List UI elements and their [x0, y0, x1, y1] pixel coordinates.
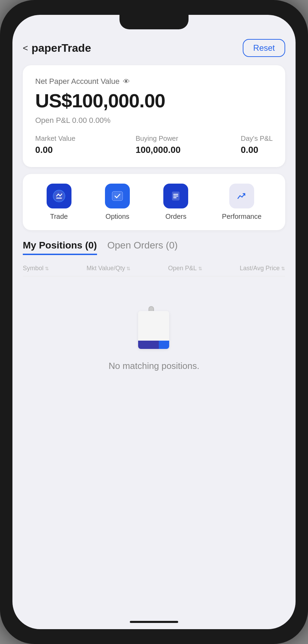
- market-value-metric: Market Value 0.00: [35, 135, 75, 155]
- buying-power: 100,000.00: [136, 145, 181, 155]
- reset-button[interactable]: Reset: [243, 39, 285, 57]
- eye-icon[interactable]: 👁: [123, 78, 130, 86]
- sort-mkt-icon: ⇅: [126, 266, 131, 271]
- sort-pnl-icon: ⇅: [198, 266, 202, 271]
- doc-bar-lightblue: [159, 341, 169, 349]
- account-value: US$100,000.00: [35, 89, 273, 112]
- open-pnl-value: 0.00 0.00%: [72, 116, 110, 125]
- nav-item-options[interactable]: Options: [105, 184, 130, 221]
- open-pnl-label: Open P&L: [35, 116, 70, 125]
- svg-rect-3: [113, 192, 122, 200]
- market-value: 0.00: [35, 145, 75, 155]
- nav-item-performance[interactable]: Performance: [222, 184, 262, 221]
- empty-state: No matching positions.: [23, 283, 285, 385]
- orders-icon: [163, 184, 188, 208]
- tab-my-positions[interactable]: My Positions (0): [23, 240, 97, 255]
- home-indicator: [130, 621, 178, 623]
- document-icon: [138, 311, 169, 349]
- nav-item-trade[interactable]: Trade: [47, 184, 71, 221]
- back-button[interactable]: <: [23, 43, 28, 53]
- col-last-avg[interactable]: Last/Avg Price ⇅: [240, 265, 285, 272]
- nav-label-performance: Performance: [222, 213, 262, 221]
- page-title: paperTrade: [31, 42, 91, 55]
- col-symbol[interactable]: Symbol ⇅: [23, 265, 49, 272]
- days-pnl-label: Day's P&L: [241, 135, 273, 143]
- buying-power-label: Buying Power: [136, 135, 181, 143]
- doc-bar-blue: [138, 341, 159, 349]
- options-icon: [105, 184, 130, 208]
- table-header: Symbol ⇅ Mkt Value/Qty ⇅ Open P&L ⇅ Last…: [23, 261, 285, 276]
- col-open-pnl[interactable]: Open P&L ⇅: [168, 265, 202, 272]
- header: < paperTrade Reset: [23, 36, 285, 57]
- performance-icon: [229, 184, 254, 208]
- tabs-row: My Positions (0) Open Orders (0): [23, 240, 285, 255]
- nav-label-trade: Trade: [50, 213, 68, 221]
- account-card: Net Paper Account Value 👁 US$100,000.00 …: [23, 65, 285, 167]
- tab-open-orders[interactable]: Open Orders (0): [107, 240, 178, 255]
- col-mkt-value[interactable]: Mkt Value/Qty ⇅: [87, 265, 131, 272]
- sort-avg-icon: ⇅: [281, 266, 285, 271]
- nav-label-options: Options: [106, 213, 129, 221]
- empty-message: No matching positions.: [108, 361, 199, 371]
- svg-point-0: [54, 191, 65, 202]
- nav-label-orders: Orders: [165, 213, 186, 221]
- account-label: Net Paper Account Value: [35, 77, 119, 86]
- buying-power-metric: Buying Power 100,000.00: [136, 135, 181, 155]
- sort-symbol-icon: ⇅: [45, 266, 49, 271]
- nav-card: Trade Options: [23, 174, 285, 230]
- nav-item-orders[interactable]: Orders: [163, 184, 188, 221]
- days-pnl: 0.00: [241, 145, 273, 155]
- market-value-label: Market Value: [35, 135, 75, 143]
- empty-icon: [133, 311, 175, 352]
- trade-icon: [47, 184, 71, 208]
- days-pnl-metric: Day's P&L 0.00: [241, 135, 273, 155]
- metrics-row: Market Value 0.00 Buying Power 100,000.0…: [35, 135, 273, 155]
